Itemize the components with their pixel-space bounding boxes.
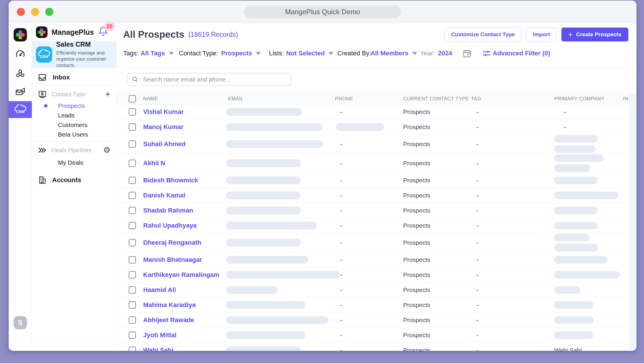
sidebar-item-accounts[interactable]: Accounts xyxy=(32,173,116,187)
row-checkbox[interactable] xyxy=(129,256,136,263)
column-header-contact-type[interactable]: CURRENT CONTACT TYPE xyxy=(403,96,469,102)
contacts-network-icon[interactable] xyxy=(14,68,26,79)
sidebar-item-crm-active[interactable]: CRM xyxy=(9,101,32,118)
column-header-email[interactable]: EMAIL xyxy=(228,96,244,102)
redacted-company-bars xyxy=(554,297,594,312)
gear-icon[interactable]: ⚙ xyxy=(103,146,110,154)
table-row[interactable]: Dheeraj Renganath-Prospects- xyxy=(117,233,636,252)
column-header-in[interactable]: IN xyxy=(623,96,628,102)
prospect-name-link[interactable]: Jyoti Mittal xyxy=(143,331,177,339)
redacted-phone-bar xyxy=(336,123,384,131)
prospect-name-link[interactable]: Vishal Kumar xyxy=(143,108,184,116)
prospect-name-link[interactable]: Akhil N xyxy=(143,159,165,167)
table-row[interactable]: Danish Kamal-Prospects- xyxy=(117,188,636,203)
import-button[interactable]: Import xyxy=(526,28,556,41)
prospect-name-link[interactable]: Suhail Ahmed xyxy=(143,140,185,148)
row-checkbox[interactable] xyxy=(129,346,136,351)
prospect-name-link[interactable]: Mahima Karadiya xyxy=(143,301,196,309)
table-row[interactable]: Suhail Ahmed-Prospects- xyxy=(117,135,636,154)
prospect-name-link[interactable]: Dheeraj Renganath xyxy=(143,239,201,246)
row-checkbox[interactable] xyxy=(129,239,136,246)
workspace-name[interactable]: ManagePlus xyxy=(52,28,94,37)
dashboard-icon[interactable] xyxy=(14,48,26,60)
advanced-filter-icon[interactable] xyxy=(482,48,492,58)
customize-contact-type-button[interactable]: Customize Contact Type xyxy=(444,28,521,41)
tags-filter-dropdown[interactable]: All Tags xyxy=(141,50,174,57)
row-checkbox[interactable] xyxy=(129,316,136,324)
notifications-bell[interactable]: 20 xyxy=(97,26,109,39)
sidebar-item-customers[interactable]: Customers xyxy=(32,120,116,130)
row-checkbox[interactable] xyxy=(129,192,136,199)
row-checkbox[interactable] xyxy=(129,331,136,339)
row-checkbox[interactable] xyxy=(129,159,136,167)
prospect-name-link[interactable]: Manoj Kumar xyxy=(143,123,183,131)
table-row[interactable]: Akhil N-Prospects- xyxy=(117,154,636,173)
created-by-filter-dropdown[interactable]: All Members xyxy=(370,50,417,57)
row-checkbox[interactable] xyxy=(129,301,136,308)
search-input[interactable] xyxy=(127,73,291,86)
calendar-icon[interactable] xyxy=(462,48,472,58)
table-row[interactable]: Bidesh Bhowmick-Prospects- xyxy=(117,173,636,188)
table-row[interactable]: Shadab Rahman-Prospects- xyxy=(117,203,636,218)
row-checkbox[interactable] xyxy=(129,286,136,293)
table-row[interactable]: Vishal Kumar-Prospects-- xyxy=(117,104,636,119)
prospect-name-link[interactable]: Abhijeet Rawade xyxy=(143,316,194,324)
redacted-email-bar xyxy=(226,206,301,214)
table-row[interactable]: Mahima Karadiya-Prospects- xyxy=(117,297,636,313)
table-row[interactable]: Jyoti Mittal-Prospects- xyxy=(117,328,636,343)
prospect-name-link[interactable]: Haamid Ali xyxy=(143,286,176,294)
lists-filter-dropdown[interactable]: Not Selected xyxy=(286,50,334,57)
customers-label: Customers xyxy=(58,121,88,128)
window-title: MangePlus Quick Demo xyxy=(244,6,401,18)
sidebar-item-prospects[interactable]: Prospects xyxy=(32,101,116,110)
tag-value: - xyxy=(476,271,479,278)
contact-type-filter-dropdown[interactable]: Prospects xyxy=(221,50,261,57)
sidebar-item-beta-users[interactable]: Beta Users xyxy=(32,130,116,139)
sidebar-item-inbox[interactable]: Inbox xyxy=(32,69,116,86)
year-filter-value[interactable]: 2024 xyxy=(438,50,452,57)
row-checkbox[interactable] xyxy=(129,271,136,278)
main-content: All Prospects (18619 Records) Customize … xyxy=(117,23,636,351)
table-row[interactable]: Karthikeyan Ramalingam-Prospects- xyxy=(117,267,636,282)
row-checkbox[interactable] xyxy=(129,222,136,229)
beta-users-label: Beta Users xyxy=(58,131,88,138)
column-header-name[interactable]: NAME xyxy=(143,96,158,102)
row-checkbox[interactable] xyxy=(129,108,136,115)
prospect-name-link[interactable]: Shadab Rahman xyxy=(143,207,193,214)
sidebar-item-my-deals[interactable]: My Deals xyxy=(32,157,116,168)
sales-crm-card[interactable]: CRM Sales CRM Efficiently manage and org… xyxy=(32,41,116,68)
sidebar-item-leads[interactable]: Leads xyxy=(32,110,116,120)
zoom-window-button[interactable] xyxy=(45,8,53,16)
prospect-name-link[interactable]: Bidesh Bhowmick xyxy=(143,177,198,184)
table-row[interactable]: Manish Bhatnaagar-Prospects- xyxy=(117,252,636,267)
prospect-name-link[interactable]: Rahul Upadhyaya xyxy=(143,222,197,229)
row-checkbox[interactable] xyxy=(129,207,136,214)
row-checkbox[interactable] xyxy=(129,123,136,130)
add-contact-type-button[interactable]: + xyxy=(105,90,110,99)
minimize-window-button[interactable] xyxy=(31,8,39,16)
redacted-company-bars xyxy=(554,135,598,153)
app-logo-icon[interactable] xyxy=(14,28,27,41)
prospect-name-link[interactable]: Karthikeyan Ramalingam xyxy=(143,271,219,279)
contact-type-value: Prospects xyxy=(403,302,430,308)
row-checkbox[interactable] xyxy=(129,140,136,148)
table-row[interactable]: Rahul Upadhyaya-Prospects- xyxy=(117,218,636,233)
table-row[interactable]: Manoj KumarProspects-- xyxy=(117,119,636,135)
prospect-name-link[interactable]: Wahi Sabi xyxy=(143,346,173,351)
prospect-name-link[interactable]: Manish Bhatnaagar xyxy=(143,256,202,264)
table-row[interactable]: Abhijeet Rawade-Prospects- xyxy=(117,313,636,328)
column-header-tag[interactable]: TAG xyxy=(471,96,481,102)
advanced-filter-button[interactable]: Advanced Filter (0) xyxy=(493,50,550,57)
close-window-button[interactable] xyxy=(17,8,25,16)
column-header-primary-company[interactable]: PRIMARY COMPANY xyxy=(554,96,605,102)
prospect-name-link[interactable]: Danish Kamal xyxy=(143,192,185,199)
notification-count-badge: 20 xyxy=(104,21,115,32)
table-row[interactable]: Haamid Ali-Prospects- xyxy=(117,282,636,297)
select-all-checkbox[interactable] xyxy=(129,95,136,103)
create-prospects-button[interactable]: + Create Prospects xyxy=(561,28,628,41)
column-header-phone[interactable]: PHONE xyxy=(335,96,353,102)
row-checkbox[interactable] xyxy=(129,177,136,184)
table-row[interactable]: Wahi Sabi-Prospects-Wahi Sabi xyxy=(117,343,636,351)
campaigns-icon[interactable] xyxy=(14,86,26,98)
user-avatar[interactable]: S xyxy=(14,316,27,329)
